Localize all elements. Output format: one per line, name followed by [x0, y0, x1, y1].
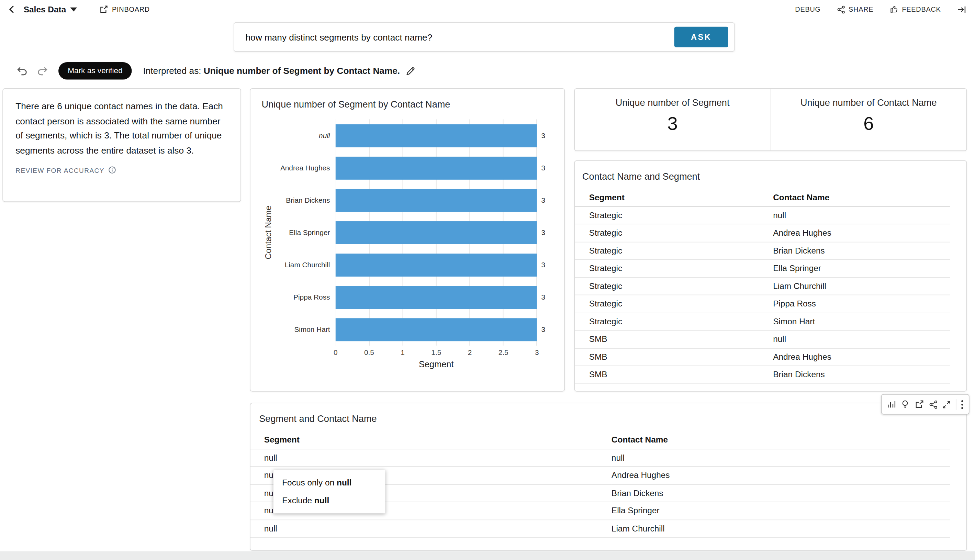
bar-chart: Contact Name null 3 Andrea Hughes 3 Bria… — [262, 119, 553, 369]
bar-value-label: 3 — [537, 164, 553, 172]
table-row: SMBAndrea Hughes — [575, 348, 950, 366]
pinboard-button[interactable]: PINBOARD — [100, 5, 150, 13]
column-header: Contact Name — [612, 432, 950, 449]
collapse-panel-icon[interactable] — [957, 5, 967, 14]
menu-item-focus[interactable]: Focus only on null — [273, 474, 385, 492]
more-options-icon[interactable] — [961, 399, 964, 409]
caret-down-icon — [70, 7, 77, 12]
interpreted-prefix: Interpreted as: — [143, 66, 201, 76]
cell-contact[interactable]: null — [773, 330, 950, 348]
cell-contact[interactable]: Andrea Hughes — [612, 467, 950, 484]
cell-segment[interactable]: SMB — [575, 348, 773, 366]
cell-segment[interactable]: Strategic — [575, 277, 773, 295]
bar[interactable] — [336, 188, 537, 212]
cell-contact[interactable]: null — [773, 207, 950, 224]
chart-bar-row: Andrea Hughes 3 — [277, 152, 553, 184]
x-tick: 2 — [468, 349, 472, 356]
cell-segment[interactable]: Strategic — [575, 259, 773, 277]
insight-card: There are 6 unique contact names in the … — [2, 88, 241, 202]
cell-contact[interactable]: Ella Springer — [773, 259, 950, 277]
table-row: StrategicBrian Dickens — [575, 242, 950, 260]
review-for-accuracy: REVIEW FOR ACCURACY — [15, 166, 228, 174]
bar[interactable] — [336, 156, 537, 179]
mark-as-verified-button[interactable]: Mark as verified — [58, 62, 132, 80]
category-label: Simon Hart — [277, 326, 336, 333]
bottom-scroll-strip[interactable] — [0, 552, 975, 560]
cell-contact[interactable]: Pippa Ross — [773, 295, 950, 313]
table-row: nullLiam Churchill — [250, 520, 950, 537]
dataset-selector[interactable]: Sales Data — [24, 5, 77, 14]
expand-icon[interactable] — [942, 400, 951, 408]
kpi-value: 6 — [771, 113, 967, 134]
cell-contact[interactable]: Brian Dickens — [612, 484, 950, 502]
edit-icon[interactable] — [405, 66, 415, 76]
chart-x-axis-ticks: 0 0.5 1 1.5 2 2.5 3 — [336, 346, 537, 358]
kpi-segment: Unique number of Segment 3 — [575, 89, 770, 150]
share-label: SHARE — [848, 5, 873, 13]
column-header: Segment — [250, 432, 612, 449]
kpi-value: 3 — [575, 113, 770, 134]
share-button[interactable]: SHARE — [837, 5, 873, 13]
cell-segment[interactable]: null — [250, 520, 612, 537]
category-label: Liam Churchill — [277, 261, 336, 269]
feedback-label: FEEDBACK — [902, 5, 941, 13]
cell-contact[interactable]: Ella Springer — [612, 502, 950, 520]
cell-contact[interactable]: Brian Dickens — [773, 366, 950, 384]
bar[interactable] — [336, 285, 537, 308]
insight-lightbulb-icon[interactable] — [900, 400, 910, 409]
chart-bar-row: Brian Dickens 3 — [277, 184, 553, 216]
cell-segment[interactable]: Strategic — [575, 242, 773, 260]
chart-type-icon[interactable] — [887, 400, 896, 409]
share-visual-icon[interactable] — [928, 400, 937, 408]
chart-y-axis-label: Contact Name — [263, 206, 273, 259]
table-header-row: Segment Contact Name — [250, 432, 950, 449]
ask-input[interactable]: how many distinct segments by contact na… — [245, 32, 432, 42]
undo-icon[interactable] — [16, 66, 28, 76]
menu-item-exclude[interactable]: Exclude null — [273, 492, 385, 510]
cell-segment[interactable]: null — [250, 449, 612, 467]
cell-contact[interactable]: Brian Dickens — [773, 242, 950, 260]
category-label: null — [277, 132, 336, 140]
contact-segment-table-card: Contact Name and Segment Segment Contact… — [574, 160, 967, 392]
cell-segment[interactable]: Strategic — [575, 313, 773, 330]
cell-contact[interactable]: Andrea Hughes — [773, 348, 950, 366]
ask-bar: how many distinct segments by contact na… — [233, 22, 735, 52]
cell-contact[interactable]: Simon Hart — [773, 313, 950, 330]
cell-contact[interactable]: Liam Churchill — [773, 277, 950, 295]
feedback-button[interactable]: FEEDBACK — [890, 5, 941, 13]
ask-button[interactable]: ASK — [674, 27, 728, 47]
table-header-row: Segment Contact Name — [575, 189, 950, 207]
debug-button[interactable]: DEBUG — [795, 5, 820, 13]
pin-to-pinboard-icon[interactable] — [915, 400, 924, 409]
category-label: Brian Dickens — [277, 197, 336, 204]
cell-segment[interactable]: SMB — [575, 330, 773, 348]
debug-label: DEBUG — [795, 5, 820, 13]
redo-icon[interactable] — [37, 66, 48, 76]
cell-contact[interactable]: null — [612, 449, 950, 467]
cell-segment[interactable]: Strategic — [575, 207, 773, 224]
menu-item-target: null — [314, 496, 329, 505]
bar[interactable] — [336, 253, 537, 276]
menu-item-prefix: Focus only on — [282, 478, 337, 487]
bar-value-label: 3 — [537, 261, 553, 269]
cell-segment[interactable]: Strategic — [575, 295, 773, 313]
x-tick: 3 — [535, 349, 539, 356]
interpretation-row: Mark as verified Interpreted as: Unique … — [16, 62, 415, 80]
bar[interactable] — [336, 124, 537, 147]
bar-value-label: 3 — [537, 293, 553, 301]
chart-bar-row: null 3 — [277, 119, 553, 152]
back-icon[interactable] — [8, 5, 18, 15]
chart-bar-row: Liam Churchill 3 — [277, 249, 553, 281]
table-row: SMBBrian Dickens — [575, 366, 950, 384]
table-row: nullnull — [250, 449, 950, 467]
cell-contact[interactable]: Andrea Hughes — [773, 224, 950, 242]
info-icon[interactable] — [108, 166, 117, 174]
menu-item-prefix: Exclude — [282, 496, 314, 505]
bar[interactable] — [336, 221, 537, 244]
cell-segment[interactable]: Strategic — [575, 224, 773, 242]
interpreted-as-text: Interpreted as: Unique number of Segment… — [143, 66, 400, 76]
kpi-contact-name: Unique number of Contact Name 6 — [770, 89, 967, 150]
bar[interactable] — [336, 318, 537, 341]
cell-contact[interactable]: Liam Churchill — [612, 520, 950, 537]
cell-segment[interactable]: SMB — [575, 366, 773, 384]
